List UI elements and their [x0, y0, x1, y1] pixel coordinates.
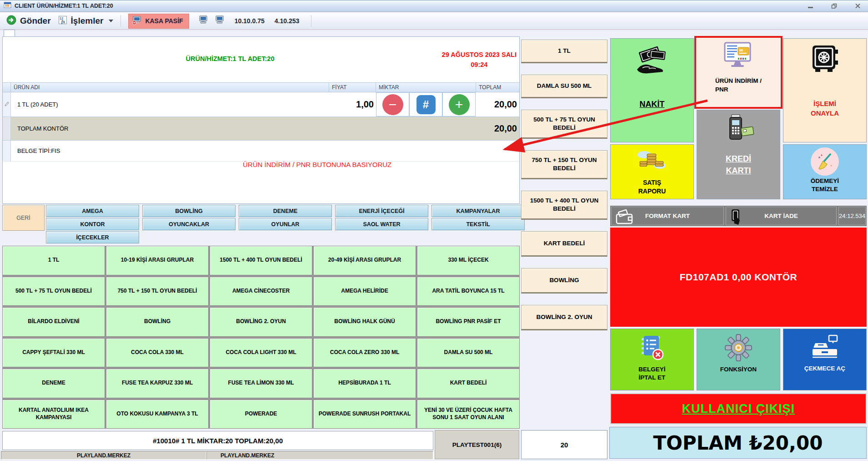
product-button[interactable]: KARTAL ANATOLIUM IKEA KAMPANYASI: [2, 400, 105, 429]
product-button[interactable]: BOWLİNG PNR PASİF ET: [417, 307, 520, 337]
table-row[interactable]: 1 TL (20 ADET) 1,00 − # + 20,00: [3, 92, 519, 117]
operations-menu[interactable]: 12fx İşlemler: [58, 15, 114, 27]
restore-button[interactable]: [829, 2, 839, 10]
product-button[interactable]: POWERADE SUNRUSH PORTAKAL: [313, 400, 416, 429]
product-button[interactable]: COCA COLA ZERO 330 ML: [313, 338, 416, 368]
operations-icon: 12fx: [58, 15, 67, 27]
selector-column-header: [3, 83, 11, 92]
product-button[interactable]: DENEME: [2, 369, 105, 398]
quick-item-button[interactable]: 1 TL: [521, 40, 607, 63]
safe-icon: [810, 44, 840, 75]
product-button[interactable]: AMEGA HELİRİDE: [313, 277, 416, 306]
credit-card-button[interactable]: KREDİ KARTI: [697, 110, 780, 199]
product-button[interactable]: HEPSİBURADA 1 TL: [313, 369, 416, 398]
category-bowling[interactable]: BOWLİNG: [142, 205, 236, 217]
product-button[interactable]: BOWLİNG HALK GÜNÜ: [313, 307, 416, 337]
product-button[interactable]: COCA COLA LIGHT 330 ML: [210, 338, 312, 368]
minimize-button[interactable]: [805, 2, 815, 10]
quick-item-button[interactable]: BOWLİNG 2. OYUN: [521, 305, 607, 330]
quick-item-button[interactable]: 500 TL + 75 TL OYUN BEDELİ: [521, 110, 607, 139]
function-button[interactable]: FONKSİYON: [697, 329, 780, 390]
send-icon: [6, 15, 16, 27]
open-drawer-button[interactable]: ÇEKMECE AÇ: [783, 329, 867, 390]
kasa-pasif-icon: [132, 16, 142, 26]
product-button[interactable]: 500 TL + 75 TL OYUN BEDELİ: [2, 277, 105, 306]
product-button[interactable]: AMEGA CİNECOSTER: [210, 277, 312, 306]
toolbar-separator-2: [311, 15, 311, 27]
quantity-minus-button[interactable]: −: [382, 94, 403, 115]
product-button[interactable]: 20-49 KİŞİ ARASI GRUPLAR: [313, 246, 416, 275]
product-button[interactable]: DAMLA SU 500 ML: [417, 338, 520, 368]
cash-label: NAKİT: [640, 100, 665, 109]
product-button[interactable]: 750 TL + 150 TL OYUN BEDELİ: [106, 277, 209, 306]
back-button[interactable]: GERİ: [2, 205, 45, 231]
quick-item-button[interactable]: DAMLA SU 500 ML: [521, 75, 607, 98]
cash-payment-button[interactable]: NAKİT: [610, 38, 694, 142]
tab-stub[interactable]: [4, 30, 15, 37]
subtotal-value: 20,00: [329, 117, 519, 140]
category-enerji-icecegi[interactable]: ENERJİ İÇECEĞİ: [335, 205, 428, 217]
quick-item-button[interactable]: KART BEDELİ: [521, 231, 607, 257]
product-button[interactable]: FUSE TEA KARPUZ 330 ML: [106, 369, 209, 398]
column-price: FİYAT: [329, 83, 376, 92]
product-button[interactable]: POWERADE: [210, 400, 312, 429]
product-button[interactable]: ARA TATİL BOYUNCA 15 TL: [417, 277, 520, 306]
product-button[interactable]: YENİ 30 VE ÜZERİ ÇOCUK HAFTA SONU 1 SAAT…: [417, 400, 520, 429]
send-button[interactable]: Gönder: [6, 15, 51, 27]
product-button[interactable]: 1500 TL + 400 TL OYUN BEDELİ: [210, 246, 312, 275]
product-button[interactable]: FUSE TEA LİMON 330 ML: [210, 369, 312, 398]
quick-item-column: 1 TL DAMLA SU 500 ML 500 TL + 75 TL OYUN…: [521, 40, 607, 330]
quick-item-button[interactable]: 1500 TL + 400 TL OYUN BEDELİ: [521, 191, 607, 220]
kasa-pasif-button[interactable]: KASA PASİF: [128, 14, 189, 29]
product-button[interactable]: CAPPY ŞEFTALİ 330 ML: [2, 338, 105, 368]
product-button[interactable]: 1 TL: [2, 246, 105, 275]
clear-payment-button[interactable]: ÖDEMEYİ TEMİZLE: [783, 144, 867, 199]
product-button[interactable]: BOWLİNG: [106, 307, 209, 337]
chevron-down-icon: [109, 20, 113, 22]
cash-hand-icon: [633, 44, 671, 81]
title-bar: CLIENT ÜRÜN/HİZMET:1 TL ADET:20: [0, 0, 868, 12]
quick-item-button[interactable]: 750 TL + 150 TL OYUN BEDELİ: [521, 150, 607, 179]
product-button[interactable]: 10-19 KİŞİ ARASI GRUPLAR: [106, 246, 209, 275]
toolbar: Gönder 12fx İşlemler KASA PASİF 10.10.0.…: [0, 12, 868, 30]
category-oyunlar[interactable]: OYUNLAR: [239, 218, 332, 230]
category-saol-water[interactable]: SAOL WATER: [335, 218, 428, 230]
card-refund-button[interactable]: KART İADE: [726, 207, 837, 225]
network-computer-icon[interactable]: [198, 15, 208, 26]
quantity-set-button[interactable]: #: [416, 95, 436, 114]
confirm-transaction-button[interactable]: İŞLEMİ ONAYLA: [783, 38, 867, 142]
terminal-id: PLAYTEST001(6): [435, 430, 519, 459]
product-button[interactable]: 330 ML İÇECEK: [417, 246, 520, 275]
network-computer-icon-2[interactable]: [215, 15, 225, 26]
category-tekstil[interactable]: TEKSTİL: [431, 218, 525, 230]
product-button[interactable]: BOWLİNG 2. OYUN: [210, 307, 312, 337]
quick-item-button[interactable]: BOWLİNG: [521, 268, 607, 294]
category-icecekler[interactable]: İÇECEKLER: [46, 231, 139, 243]
user-logout-button[interactable]: KULLANICI ÇIKIŞI: [610, 393, 867, 424]
ip-address-primary: 10.10.0.75: [235, 17, 265, 25]
line-item-total: 20,00: [476, 92, 519, 117]
category-oyuncaklar[interactable]: OYUNCAKLAR: [142, 218, 236, 230]
pencil-icon: [4, 101, 9, 109]
product-button[interactable]: COCA COLA 330 ML: [106, 338, 209, 368]
product-button[interactable]: BİLARDO ELDİVENİ: [2, 307, 105, 337]
sales-report-button[interactable]: SATIŞ RAPORU: [610, 144, 694, 199]
quantity-plus-button[interactable]: +: [449, 94, 470, 115]
doc-type-row: BELGE TİPİ:FIS: [3, 141, 519, 162]
subtotal-row: TOPLAM KONTÖR 20,00: [3, 117, 519, 141]
cancel-document-button[interactable]: BELGEYİ İPTAL ET: [610, 329, 694, 390]
receipt-panel: ÜRÜN/HİZMET:1 TL ADET:20 29 AĞUSTOS 2023…: [2, 36, 520, 204]
category-deneme[interactable]: DENEME: [239, 205, 332, 217]
format-card-button[interactable]: FORMAT KART: [611, 207, 724, 225]
close-button[interactable]: [853, 2, 863, 10]
gear-icon: [724, 334, 753, 364]
category-kontor[interactable]: KONTOR: [46, 218, 139, 230]
product-button[interactable]: KART BEDELİ: [417, 369, 520, 398]
receipt-title: ÜRÜN/HİZMET:1 TL ADET:20: [57, 55, 403, 62]
product-discount-pnr-button[interactable]: ÜRÜN İNDİRİM / PNR: [694, 36, 783, 109]
product-button[interactable]: OTO KOKUSU KAMPANYA 3 TL: [106, 400, 209, 429]
category-amega[interactable]: AMEGA: [46, 205, 139, 217]
category-kampanyalar[interactable]: KAMPANYALAR: [431, 205, 525, 217]
annotation-text: ÜRÜN İNDİRİM / PNR BUTONUNA BASIYORUZ: [243, 161, 391, 168]
status-location-center: PLAYLAND.MERKEZ: [206, 451, 433, 460]
